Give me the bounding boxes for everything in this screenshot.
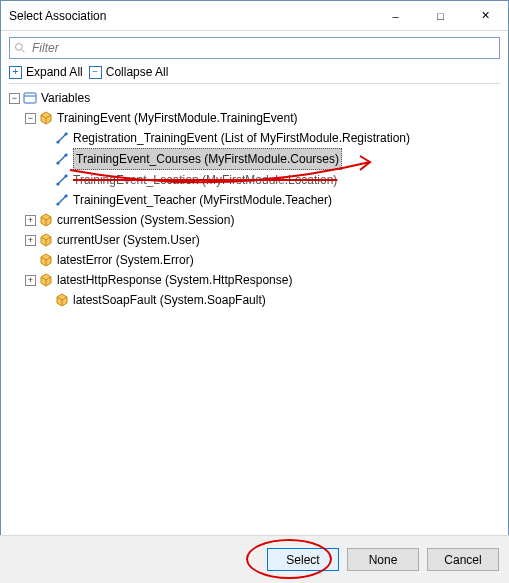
entity-icon	[39, 111, 53, 125]
tree-node-courses[interactable]: TrainingEvent_Courses (MyFirstModule.Cou…	[9, 148, 500, 170]
expand-all-button[interactable]: + Expand All	[9, 65, 83, 79]
entity-icon	[39, 273, 53, 287]
titlebar: Select Association – □ ✕	[1, 1, 508, 31]
tree-node-variables[interactable]: − Variables	[9, 88, 500, 108]
entity-icon	[39, 213, 53, 227]
expand-icon[interactable]: +	[25, 275, 36, 286]
toolbar: + Expand All − Collapse All	[9, 59, 500, 84]
node-label: latestHttpResponse (System.HttpResponse)	[57, 270, 292, 290]
svg-point-9	[64, 153, 67, 156]
maximize-button[interactable]: □	[418, 1, 463, 31]
tree-node-current-session[interactable]: + currentSession (System.Session)	[9, 210, 500, 230]
tree-node-latest-http-response[interactable]: + latestHttpResponse (System.HttpRespons…	[9, 270, 500, 290]
tree-node-registration[interactable]: Registration_TrainingEvent (List of MyFi…	[9, 128, 500, 148]
association-icon	[55, 131, 69, 145]
expand-all-label: Expand All	[26, 65, 83, 79]
collapse-all-button[interactable]: − Collapse All	[89, 65, 169, 79]
entity-icon	[39, 233, 53, 247]
tree-node-location[interactable]: TrainingEvent_Location (MyFirstModule.Lo…	[9, 170, 500, 190]
filter-field[interactable]	[9, 37, 500, 59]
node-label: latestError (System.Error)	[57, 250, 194, 270]
tree-node-teacher[interactable]: TrainingEvent_Teacher (MyFirstModule.Tea…	[9, 190, 500, 210]
collapse-icon[interactable]: −	[25, 113, 36, 124]
svg-point-12	[64, 174, 67, 177]
svg-rect-2	[24, 93, 36, 103]
minus-icon: −	[89, 66, 102, 79]
window-title: Select Association	[1, 9, 373, 23]
filter-input[interactable]	[30, 40, 495, 56]
svg-point-5	[56, 140, 59, 143]
svg-point-15	[64, 194, 67, 197]
collapse-all-label: Collapse All	[106, 65, 169, 79]
association-icon	[55, 193, 69, 207]
svg-line-1	[22, 50, 25, 53]
node-label-selected: TrainingEvent_Courses (MyFirstModule.Cou…	[73, 148, 342, 170]
tree-node-current-user[interactable]: + currentUser (System.User)	[9, 230, 500, 250]
tree-node-latest-error[interactable]: latestError (System.Error)	[9, 250, 500, 270]
tree: − Variables − TrainingEvent (MyFirstModu…	[9, 88, 500, 310]
association-icon	[55, 173, 69, 187]
node-label: currentUser (System.User)	[57, 230, 200, 250]
tree-node-training-event[interactable]: − TrainingEvent (MyFirstModule.TrainingE…	[9, 108, 500, 128]
svg-point-8	[56, 161, 59, 164]
tree-node-latest-soap-fault[interactable]: latestSoapFault (System.SoapFault)	[9, 290, 500, 310]
node-label: TrainingEvent (MyFirstModule.TrainingEve…	[57, 108, 298, 128]
svg-point-11	[56, 182, 59, 185]
select-button[interactable]: Select	[267, 548, 339, 571]
expand-icon[interactable]: +	[25, 235, 36, 246]
entity-icon	[39, 253, 53, 267]
minimize-button[interactable]: –	[373, 1, 418, 31]
close-button[interactable]: ✕	[463, 1, 508, 31]
cancel-button[interactable]: Cancel	[427, 548, 499, 571]
plus-icon: +	[9, 66, 22, 79]
dialog-footer: Select None Cancel	[0, 535, 509, 583]
search-icon	[14, 42, 26, 54]
association-icon	[55, 152, 69, 166]
node-label: currentSession (System.Session)	[57, 210, 234, 230]
variables-icon	[23, 91, 37, 105]
none-button[interactable]: None	[347, 548, 419, 571]
svg-point-6	[64, 132, 67, 135]
collapse-icon[interactable]: −	[9, 93, 20, 104]
node-label: latestSoapFault (System.SoapFault)	[73, 290, 266, 310]
entity-icon	[55, 293, 69, 307]
node-label: TrainingEvent_Teacher (MyFirstModule.Tea…	[73, 190, 332, 210]
node-label: Registration_TrainingEvent (List of MyFi…	[73, 128, 410, 148]
content-area: + Expand All − Collapse All − Variables …	[1, 31, 508, 310]
expand-icon[interactable]: +	[25, 215, 36, 226]
svg-point-0	[16, 44, 23, 51]
node-label: TrainingEvent_Location (MyFirstModule.Lo…	[73, 170, 337, 190]
node-label: Variables	[41, 88, 90, 108]
svg-point-14	[56, 202, 59, 205]
